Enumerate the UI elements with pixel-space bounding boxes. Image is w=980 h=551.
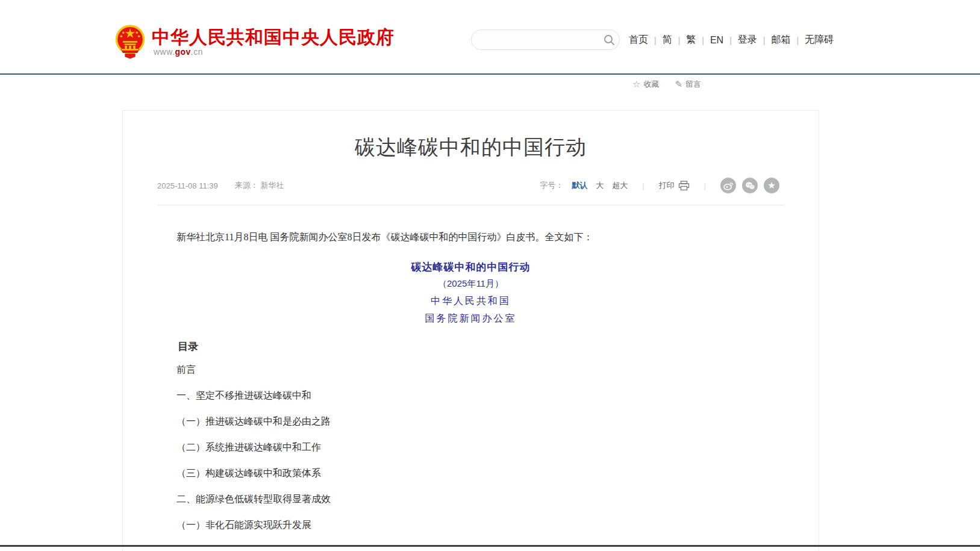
meta-left: 2025-11-08 11:39 来源： 新华社 [157,180,284,191]
toc: 前言 一、坚定不移推进碳达峰碳中和 （一）推进碳达峰碳中和是必由之路 （二）系统… [157,365,784,546]
search-button[interactable] [599,30,619,49]
meta-right: 字号： 默认 大 超大 | 打印 | [540,178,779,193]
page: 中华人民共和国中央人民政府 www.gov.cn 首页 | 简 | 繁 | EN… [0,0,980,551]
nav-separator: | [678,36,681,45]
article-card: 碳达峰碳中和的中国行动 2025-11-08 11:39 来源： 新华社 字号：… [122,110,819,551]
nav-login[interactable]: 登录 [738,34,757,46]
share-more-button[interactable]: ★ [764,178,779,193]
toc-item: （二）系统推进碳达峰碳中和工作 [157,443,784,452]
top-nav: 首页 | 简 | 繁 | EN | 登录 | 邮箱 | 无障碍 [629,34,834,46]
wechat-icon [745,181,755,190]
nav-simplified[interactable]: 简 [663,34,672,46]
publish-date: 2025-11-08 11:39 [157,181,218,190]
article-title: 碳达峰碳中和的中国行动 [123,132,819,161]
lead-paragraph: 新华社北京11月8日电 国务院新闻办公室8日发布《碳达峰碳中和的中国行动》白皮书… [157,229,784,245]
print-button[interactable]: 打印 [659,180,690,191]
meta-separator: | [642,181,644,190]
message-label: 留言 [685,79,701,90]
share-star-icon: ★ [767,178,775,193]
nav-traditional[interactable]: 繁 [686,34,696,46]
toc-item: 一、坚定不移推进碳达峰碳中和 [157,391,784,400]
meta-divider [157,205,784,205]
nav-english[interactable]: EN [710,35,723,46]
font-size-xlarge[interactable]: 超大 [612,180,628,191]
doc-org-line1: 中华人民共和国 [123,295,819,308]
nav-separator: | [654,36,657,45]
share-icons: ★ [720,178,779,193]
share-wechat-button[interactable] [742,178,758,193]
site-header: 中华人民共和国中央人民政府 www.gov.cn 首页 | 简 | 繁 | EN… [0,0,980,73]
site-url: www.gov.cn [154,47,203,57]
font-size-default[interactable]: 默认 [572,180,587,191]
toc-title: 目录 [157,340,784,353]
toc-item: 前言 [157,365,784,375]
site-url-cn: .cn [191,47,203,57]
pencil-icon: ✎ [675,79,682,90]
site-title: 中华人民共和国中央人民政府 [152,25,395,50]
nav-separator: | [796,36,799,45]
search-input[interactable] [472,30,599,49]
doc-org-line2: 国务院新闻办公室 [123,313,819,325]
national-emblem-logo [114,24,146,59]
font-size-large[interactable]: 大 [596,180,604,191]
nav-accessibility[interactable]: 无障碍 [805,34,834,46]
search-box [471,30,620,50]
nav-separator: | [763,36,766,45]
star-icon: ☆ [632,79,640,90]
weibo-icon [723,181,734,190]
doc-date: （2025年11月） [123,278,819,290]
print-label: 打印 [659,180,675,191]
header-divider [0,73,980,75]
site-url-gov: gov [175,47,190,57]
toc-item: （三）构建碳达峰碳中和政策体系 [157,469,784,478]
viewport-bottom-edge [0,545,980,547]
meta-separator: | [704,181,706,190]
article-meta: 2025-11-08 11:39 来源： 新华社 字号： 默认 大 超大 | 打… [157,178,779,193]
toc-item: 二、能源绿色低碳转型取得显著成效 [157,494,784,504]
favorite-label: 收藏 [643,79,659,90]
printer-icon [678,181,690,191]
source: 来源： 新华社 [235,180,284,191]
favorite-button[interactable]: ☆ 收藏 [632,79,659,90]
doc-title: 碳达峰碳中和的中国行动 [123,260,819,274]
nav-home[interactable]: 首页 [629,34,648,46]
nav-separator: | [729,36,732,45]
toc-item: （一）推进碳达峰碳中和是必由之路 [157,417,784,426]
nav-mail[interactable]: 邮箱 [771,34,790,46]
toc-item: （一）非化石能源实现跃升发展 [157,520,784,530]
search-icon [604,34,615,46]
share-weibo-button[interactable] [720,178,736,193]
font-size-label: 字号： [540,180,563,191]
page-actions: ☆ 收藏 ✎ 留言 [632,79,701,90]
message-button[interactable]: ✎ 留言 [675,79,701,90]
site-url-www: www. [154,47,175,57]
nav-separator: | [702,36,704,45]
